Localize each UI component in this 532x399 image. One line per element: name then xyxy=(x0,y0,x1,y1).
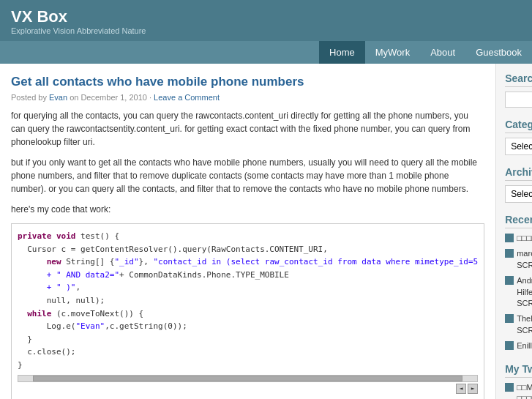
posted-by-label: Posted by xyxy=(11,93,47,102)
comment-5-icon xyxy=(505,341,514,350)
scroll-right-arrow[interactable]: ► xyxy=(468,384,478,394)
archive-select[interactable]: Select Month xyxy=(505,185,532,203)
comment-1: □□□□□□ on Guestbook xyxy=(505,233,532,244)
comment-2-icon xyxy=(505,249,514,258)
archives-heading: Archives xyxy=(505,166,532,181)
code-block: private void test() { Cursor c = getCont… xyxy=(11,223,484,399)
comment-5: Enill on Fetion plugin for Adium xyxy=(505,340,532,351)
sidebar-recent-comments: Recent Comments □□□□□□ on Guestbook marc… xyxy=(505,214,532,352)
page-wrapper: Get all contacts who have mobile phone n… xyxy=(0,64,532,399)
code-scrollbar[interactable] xyxy=(18,375,478,382)
post-1-title[interactable]: Get all contacts who have mobile phone n… xyxy=(11,75,484,89)
tweet-1: □□Mac OS□□Adium □□□□□□□□□□ pidgin libfet… xyxy=(505,382,532,399)
post-1-date: on xyxy=(70,93,80,102)
sidebar-search: Search for: Search xyxy=(505,72,532,108)
site-header: VX Box Explorative Vision Abbreviated Na… xyxy=(0,0,532,41)
post-1-para3: here's my code that work: xyxy=(11,203,484,216)
search-heading: Search for: xyxy=(505,72,532,87)
comment-4-icon xyxy=(505,314,514,323)
search-input[interactable] xyxy=(505,92,532,108)
post-1-para1: for querying all the contacts, you can q… xyxy=(11,109,484,149)
post-1-comment-link[interactable]: Leave a Comment xyxy=(154,93,220,102)
nav-mywork[interactable]: MyWork xyxy=(365,41,420,64)
main-content: Get all contacts who have mobile phone n… xyxy=(0,64,496,399)
navigation: Home MyWork About Guestbook xyxy=(0,41,532,64)
comment-2: marco on Howto set FULL SCREEN on Androi… xyxy=(505,248,532,271)
site-title: VX Box xyxy=(11,7,521,26)
comment-5-text: Enill on Fetion plugin for Adium xyxy=(517,340,532,351)
sidebar-categories: Categories Select Category xyxy=(505,119,532,155)
post-1-para2: but if you only want to get all the cont… xyxy=(11,156,484,195)
sidebar-twitter: My Twitter □□Mac OS□□Adium □□□□□□□□□□ pi… xyxy=(505,363,532,399)
code-scroll-thumb xyxy=(33,376,462,381)
post-1-date-value: December 1, 2010 xyxy=(80,93,147,102)
comment-4-text: TheMonz on Howto set FULL SCREEN on Andr… xyxy=(517,313,532,336)
scroll-left-arrow[interactable]: ◄ xyxy=(456,384,466,394)
post-1-content: for querying all the contacts, you can q… xyxy=(11,109,484,216)
comment-1-icon xyxy=(505,234,514,242)
post-1-author[interactable]: Evan xyxy=(49,93,67,102)
comment-3: Android OS Fragen - Android-Hilfe.de on … xyxy=(505,275,532,309)
code-scroll-arrows: ◄ ► xyxy=(18,384,478,394)
comment-3-text: Android OS Fragen - Android-Hilfe.de on … xyxy=(517,275,532,309)
post-1-meta: Posted by Evan on December 1, 2010 · Lea… xyxy=(11,93,484,102)
nav-guestbook[interactable]: Guestbook xyxy=(465,41,532,64)
comment-4: TheMonz on Howto set FULL SCREEN on Andr… xyxy=(505,313,532,336)
nav-home[interactable]: Home xyxy=(319,41,365,64)
nav-about[interactable]: About xyxy=(420,41,465,64)
comment-3-icon xyxy=(505,276,514,285)
post-1: Get all contacts who have mobile phone n… xyxy=(11,75,484,399)
tweet-1-icon xyxy=(505,383,514,392)
sidebar: Search for: Search Categories Select Cat… xyxy=(496,64,532,399)
sidebar-archives: Archives Select Month xyxy=(505,166,532,203)
twitter-heading: My Twitter xyxy=(505,363,532,378)
code-content: private void test() { Cursor c = getCont… xyxy=(18,230,478,372)
comment-1-text: □□□□□□ on Guestbook xyxy=(517,233,532,244)
tweet-1-text: □□Mac OS□□Adium □□□□□□□□□□ pidgin libfet… xyxy=(517,382,532,399)
comment-2-text: marco on Howto set FULL SCREEN on Androi… xyxy=(517,248,532,271)
site-subtitle: Explorative Vision Abbreviated Nature xyxy=(11,26,521,35)
category-select[interactable]: Select Category xyxy=(505,138,532,155)
categories-heading: Categories xyxy=(505,119,532,133)
recent-comments-heading: Recent Comments xyxy=(505,214,532,228)
search-form: Search xyxy=(505,92,532,108)
